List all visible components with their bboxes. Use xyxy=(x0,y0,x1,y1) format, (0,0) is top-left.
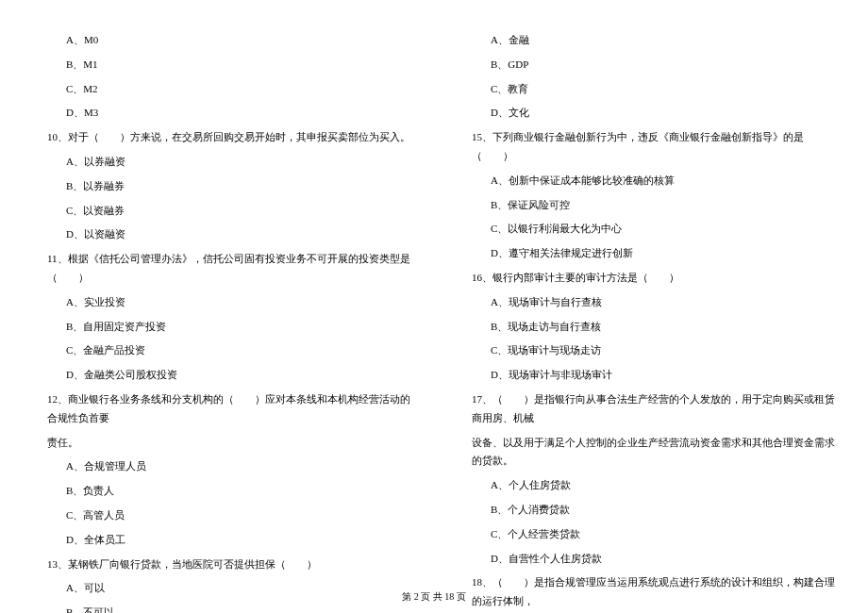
q11-option-a: A、实业投资 xyxy=(47,290,415,315)
right-column: A、金融 B、GDP C、教育 D、文化 15、下列商业银行金融创新行为中，违反… xyxy=(443,28,868,585)
q17-option-c: C、个人经营类贷款 xyxy=(472,522,840,547)
q16-option-b: B、现场走访与自行查核 xyxy=(472,315,840,340)
page-container: A、M0 B、M1 C、M2 D、M3 10、对于（ ）方来说，在交易所回购交易… xyxy=(0,0,868,613)
q12-option-d: D、全体员工 xyxy=(47,528,415,553)
q10-option-d: D、以资融资 xyxy=(47,223,415,247)
q15-option-d: D、遵守相关法律规定进行创新 xyxy=(472,241,840,266)
q10-option-a: A、以券融资 xyxy=(47,150,415,174)
q17-option-d: D、自营性个人住房贷款 xyxy=(472,547,840,572)
q9-option-b: B、M1 xyxy=(47,53,415,77)
q14-option-c: C、教育 xyxy=(472,77,840,102)
q14-option-a: A、金融 xyxy=(472,28,840,53)
q15-option-c: C、以银行利润最大化为中心 xyxy=(472,217,840,241)
q16-option-a: A、现场审计与自行查核 xyxy=(472,290,840,315)
q17-text-cont: 设备、以及用于满足个人控制的企业生产经营流动资金需求和其他合理资金需求的贷款。 xyxy=(472,431,840,474)
q17-option-a: A、个人住房贷款 xyxy=(472,473,840,498)
q10-option-c: C、以资融券 xyxy=(47,199,415,224)
q17-option-b: B、个人消费贷款 xyxy=(472,498,840,522)
q12-text: 12、商业银行各业务条线和分支机构的（ ）应对本条线和本机构经营活动的合规性负首… xyxy=(47,388,415,431)
q16-text: 16、银行内部审计主要的审计方法是（ ） xyxy=(472,266,840,290)
q16-option-c: C、现场审计与现场走访 xyxy=(472,339,840,363)
q10-text: 10、对于（ ）方来说，在交易所回购交易开始时，其申报买卖部位为买入。 xyxy=(47,125,415,150)
q15-text: 15、下列商业银行金融创新行为中，违反《商业银行金融创新指导》的是（ ） xyxy=(472,125,840,169)
q12-option-a: A、合规管理人员 xyxy=(47,455,415,479)
q17-text: 17、（ ）是指银行向从事合法生产经营的个人发放的，用于定向购买或租赁商用房、机… xyxy=(472,388,840,431)
q14-option-d: D、文化 xyxy=(472,101,840,125)
q9-option-c: C、M2 xyxy=(47,77,415,102)
q9-option-a: A、M0 xyxy=(47,28,415,53)
q11-text: 11、根据《信托公司管理办法》，信托公司固有投资业务不可开展的投资类型是（ ） xyxy=(47,247,415,290)
q11-option-c: C、金融产品投资 xyxy=(47,339,415,363)
page-footer: 第 2 页 共 18 页 xyxy=(0,590,868,604)
q10-option-b: B、以券融券 xyxy=(47,174,415,199)
q14-option-b: B、GDP xyxy=(472,53,840,77)
q15-option-a: A、创新中保证成本能够比较准确的核算 xyxy=(472,169,840,193)
q12-option-b: B、负责人 xyxy=(47,479,415,504)
q11-option-d: D、金融类公司股权投资 xyxy=(47,363,415,388)
q12-option-c: C、高管人员 xyxy=(47,504,415,528)
q12-text-cont: 责任。 xyxy=(47,431,415,456)
q15-option-b: B、保证风险可控 xyxy=(472,193,840,218)
q9-option-d: D、M3 xyxy=(47,101,415,125)
q13-text: 13、某钢铁厂向银行贷款，当地医院可否提供担保（ ） xyxy=(47,553,415,577)
left-column: A、M0 B、M1 C、M2 D、M3 10、对于（ ）方来说，在交易所回购交易… xyxy=(0,28,443,585)
q11-option-b: B、自用固定资产投资 xyxy=(47,315,415,340)
q16-option-d: D、现场审计与非现场审计 xyxy=(472,363,840,388)
